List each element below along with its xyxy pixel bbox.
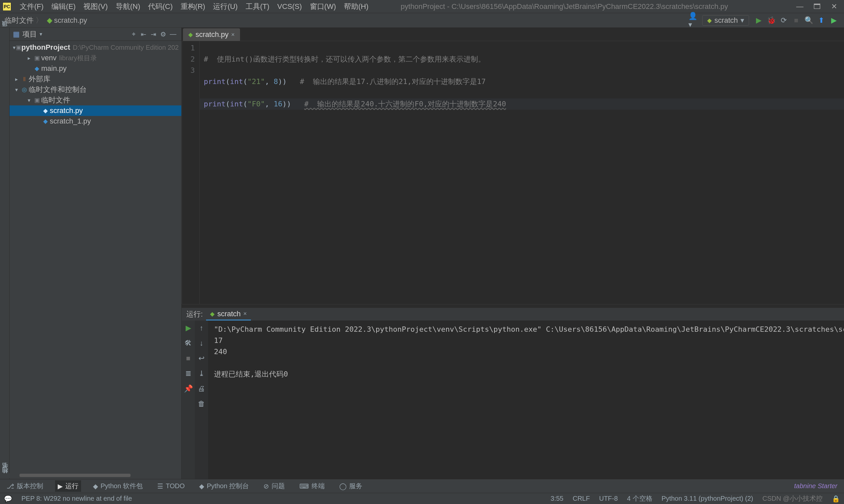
tree-scratches-dir[interactable]: ▾ ▣ 临时文件 <box>10 95 181 105</box>
tree-venv[interactable]: ▸ ▣ venv library根目录 <box>10 53 181 63</box>
file-encoding[interactable]: UTF-8 <box>599 495 618 502</box>
collapse-all-button[interactable]: ⇥ <box>148 30 158 38</box>
breadcrumb-file[interactable]: scratch.py <box>54 16 87 25</box>
scroll-to-end-button[interactable]: ⤓ <box>199 369 204 378</box>
tool-settings-button[interactable]: ⚙ <box>158 30 168 38</box>
chevron-right-icon[interactable]: ▸ <box>13 76 20 82</box>
scratches-icon: ◎ <box>20 86 29 93</box>
services-tool-tab[interactable]: ◯服务 <box>337 480 365 492</box>
python-icon: ◆ <box>707 17 712 24</box>
menu-item-4[interactable]: 代码(C) <box>144 2 177 12</box>
terminal-tool-tab[interactable]: ⌨终端 <box>297 480 327 492</box>
menu-item-8[interactable]: VCS(S) <box>273 2 306 11</box>
debug-button[interactable]: 🐞 <box>765 15 777 26</box>
tree-scratch1-py[interactable]: ◆ scratch_1.py <box>10 116 181 126</box>
close-window-button[interactable]: ✕ <box>830 2 838 11</box>
project-title[interactable]: 项目 <box>22 29 37 39</box>
chevron-down-icon[interactable]: ▾ <box>39 31 42 37</box>
folder-icon: ▣ <box>33 96 41 104</box>
run-console-output[interactable]: "D:\PyCharm Community Edition 2022.3\pyt… <box>208 321 844 479</box>
run-tool-window: 运行: ◆ scratch × ⚙ — ▶ 🛠 ■ ≣ 📌 <box>182 308 844 479</box>
breadcrumb-separator-icon: 〉 <box>36 16 43 25</box>
caret-position[interactable]: 3:55 <box>551 495 564 502</box>
run-tool-tab[interactable]: ▶运行 <box>55 480 81 492</box>
python-file-icon: ◆ <box>45 16 54 25</box>
project-tool-header: ▦ 项目 ▾ ⌖ ⇤ ⇥ ⚙ — <box>10 28 181 41</box>
editor-tab-scratch[interactable]: ◆ scratch.py × <box>183 28 240 41</box>
python-file-icon: ◆ <box>41 118 50 125</box>
python-console-tool-tab[interactable]: ◆Python 控制台 <box>196 480 252 492</box>
up-stack-button[interactable]: ↑ <box>200 324 203 332</box>
minimize-button[interactable]: — <box>796 2 804 11</box>
tree-root[interactable]: ▾ ▣ pythonProject D:\PyCharm Community E… <box>10 42 181 53</box>
menu-item-2[interactable]: 视图(V) <box>80 2 111 12</box>
menu-items: 文件(F)编辑(E)视图(V)导航(N)代码(C)重构(R)运行(U)工具(T)… <box>16 2 373 12</box>
status-message[interactable]: PEP 8: W292 no newline at end of file <box>21 495 132 502</box>
stop-button[interactable]: ■ <box>791 15 802 26</box>
search-everywhere-button[interactable]: 🔍 <box>803 15 814 26</box>
code-editor[interactable]: # 使用int()函数进行类型转换时，还可以传入两个参数，第二个参数用来表示进制… <box>200 41 844 304</box>
menu-item-3[interactable]: 导航(N) <box>112 2 144 12</box>
ide-updates-icon[interactable]: ⬆ <box>816 15 827 26</box>
editor-tab-bar: ◆ scratch.py × ⋮ <box>182 28 844 41</box>
tab-label: scratch.py <box>195 30 228 39</box>
select-opened-file-button[interactable]: ⌖ <box>128 30 138 38</box>
line-separator[interactable]: CRLF <box>573 495 590 502</box>
python-icon: ◆ <box>93 482 98 490</box>
menu-item-6[interactable]: 运行(U) <box>209 2 242 12</box>
user-icon[interactable]: 👤▾ <box>688 15 700 26</box>
close-run-tab-icon[interactable]: × <box>243 310 247 317</box>
run-output-toolbar: ↑ ↓ ↩ ⤓ 🖨 🗑 <box>195 321 208 479</box>
python-interpreter[interactable]: Python 3.11 (pythonProject) (2) <box>662 495 753 502</box>
print-button[interactable]: 🖨 <box>198 384 205 393</box>
chevron-down-icon[interactable]: ▾ <box>13 87 20 93</box>
soft-wrap-button[interactable]: ↩ <box>199 354 204 363</box>
tree-scratch-py[interactable]: ◆ scratch.py <box>10 105 181 116</box>
coverage-button[interactable]: ⟳ <box>778 15 789 26</box>
vcs-icon: ⎇ <box>6 482 14 490</box>
run-tab[interactable]: ◆ scratch × <box>206 308 251 321</box>
dump-threads-button[interactable]: ≣ <box>185 369 191 378</box>
horizontal-scrollbar[interactable] <box>19 474 131 477</box>
pin-tab-button[interactable]: 📌 <box>184 384 193 393</box>
run-tool-header: 运行: ◆ scratch × ⚙ — <box>182 308 844 321</box>
chevron-down-icon[interactable]: ▾ <box>25 97 33 104</box>
menu-item-0[interactable]: 文件(F) <box>16 2 48 12</box>
problems-tool-tab[interactable]: ⊘问题 <box>261 480 288 492</box>
breadcrumb-root[interactable]: 临时文件 <box>5 16 34 25</box>
folder-icon: ▣ <box>16 44 21 51</box>
stop-run-button[interactable]: 🛠 <box>185 339 192 347</box>
terminal-icon: ⌨ <box>299 482 309 490</box>
tabnine-widget[interactable]: tabnine Starter <box>792 481 840 491</box>
rerun-button[interactable]: ▶ <box>186 324 191 332</box>
chevron-down-icon[interactable]: ▾ <box>13 44 16 51</box>
expand-all-button[interactable]: ⇤ <box>138 30 148 38</box>
python-packages-tool-tab[interactable]: ◆Python 软件包 <box>90 480 145 492</box>
read-lock-icon[interactable]: 🔒 <box>832 495 840 503</box>
vcs-tool-tab[interactable]: ⎇版本控制 <box>4 480 46 492</box>
run-button[interactable]: ▶ <box>753 15 764 26</box>
maximize-button[interactable]: 🗖 <box>813 2 821 11</box>
menu-item-10[interactable]: 帮助(H) <box>340 2 373 12</box>
run-config-selector[interactable]: ◆ scratch ▾ <box>702 15 749 26</box>
hide-tool-button[interactable]: — <box>168 30 178 38</box>
project-tool-tab[interactable]: 项目 <box>0 30 9 32</box>
ide-settings-icon[interactable]: ▶ <box>828 15 839 26</box>
project-tree[interactable]: ▾ ▣ pythonProject D:\PyCharm Community E… <box>10 41 181 474</box>
tree-main-py[interactable]: ◆ main.py <box>10 63 181 74</box>
clear-all-button[interactable]: 🗑 <box>198 400 205 408</box>
menu-item-1[interactable]: 编辑(E) <box>48 2 80 12</box>
close-tab-icon[interactable]: × <box>231 31 235 38</box>
python-file-icon: ◆ <box>33 65 41 72</box>
menu-item-9[interactable]: 窗口(W) <box>306 2 340 12</box>
todo-tool-tab[interactable]: ☰TODO <box>155 481 187 491</box>
chevron-right-icon[interactable]: ▸ <box>25 55 33 61</box>
down-stack-button[interactable]: ↓ <box>200 339 203 347</box>
tree-scratches-root[interactable]: ▾ ◎ 临时文件和控制台 <box>10 84 181 95</box>
indent-setting[interactable]: 4 个空格 <box>627 494 652 503</box>
tree-external-libs[interactable]: ▸ ⫴ 外部库 <box>10 74 181 84</box>
menu-item-7[interactable]: 工具(T) <box>242 2 273 12</box>
menu-item-5[interactable]: 重构(R) <box>177 2 209 12</box>
pause-button[interactable]: ■ <box>186 354 190 363</box>
bottom-tool-stripe: ⎇版本控制 ▶运行 ◆Python 软件包 ☰TODO ◆Python 控制台 … <box>0 479 844 493</box>
